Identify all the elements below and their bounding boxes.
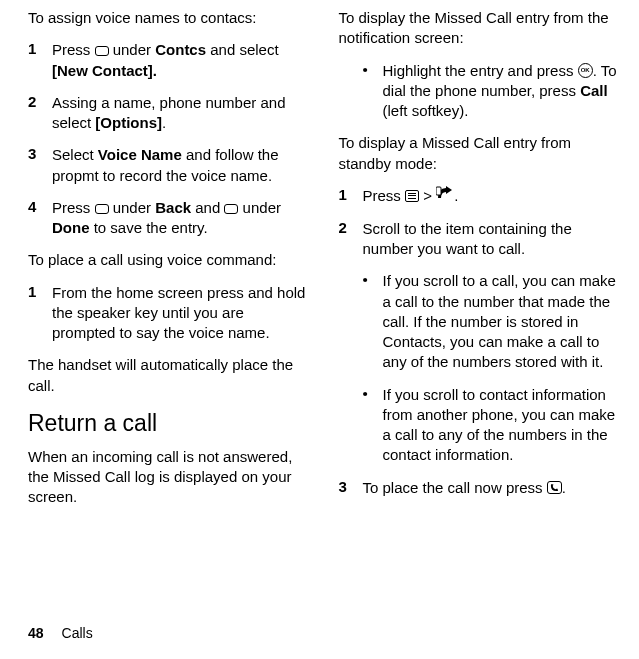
bullet-text: If you scroll to a call, you can make a … (383, 271, 622, 372)
ok-icon: OK (578, 63, 593, 78)
bullet-icon: • (363, 385, 383, 466)
step-number: 1 (339, 186, 363, 207)
page-footer: 48Calls (28, 625, 93, 641)
menu-icon (405, 190, 419, 202)
softkey-icon (95, 46, 109, 56)
svg-rect-0 (436, 187, 441, 195)
step-number: 1 (28, 40, 52, 81)
step-text: Scroll to the item containing the number… (363, 219, 622, 260)
step-2: 2 Assing a name, phone number and select… (28, 93, 311, 134)
step-number: 3 (339, 478, 363, 498)
step-text: Press under Contcs and select [New Conta… (52, 40, 311, 81)
step-text: To place the call now press . (363, 478, 622, 498)
recent-calls-icon (436, 185, 454, 205)
section-heading: Return a call (28, 410, 311, 437)
right-column: To display the Missed Call entry from th… (339, 8, 622, 520)
intro-text: To display the Missed Call entry from th… (339, 8, 622, 49)
step-text: Assing a name, phone number and select [… (52, 93, 311, 134)
bullet-text: Highlight the entry and press OK. To dia… (383, 61, 622, 122)
left-column: To assign voice names to contacs: 1 Pres… (28, 8, 311, 520)
step-1b: 1 From the home screen press and hold th… (28, 283, 311, 344)
call-icon (547, 481, 562, 494)
bullet-icon: • (363, 271, 383, 372)
step-number: 3 (28, 145, 52, 186)
step-2: 2 Scroll to the item containing the numb… (339, 219, 622, 260)
step-text: Press under Back and under Done to save … (52, 198, 311, 239)
step-3: 3 To place the call now press . (339, 478, 622, 498)
step-number: 4 (28, 198, 52, 239)
bullet-text: If you scroll to contact information fro… (383, 385, 622, 466)
step-text: From the home screen press and hold the … (52, 283, 311, 344)
bullet-icon: • (363, 61, 383, 122)
step-1: 1 Press under Contcs and select [New Con… (28, 40, 311, 81)
intro-text: To assign voice names to contacs: (28, 8, 311, 28)
step-number: 2 (339, 219, 363, 260)
paragraph: When an incoming call is not answered, t… (28, 447, 311, 508)
section-name: Calls (62, 625, 93, 641)
step-number: 2 (28, 93, 52, 134)
bullet-item: • If you scroll to contact information f… (339, 385, 622, 466)
intro-text-2: To place a call using voice command: (28, 250, 311, 270)
bullet-item: • Highlight the entry and press OK. To d… (339, 61, 622, 122)
step-4: 4 Press under Back and under Done to sav… (28, 198, 311, 239)
step-number: 1 (28, 283, 52, 344)
outro-text: The handset will automatically place the… (28, 355, 311, 396)
softkey-icon (224, 204, 238, 214)
softkey-icon (95, 204, 109, 214)
bullet-item: • If you scroll to a call, you can make … (339, 271, 622, 372)
step-text: Press > . (363, 186, 622, 207)
step-3: 3 Select Voice Name and follow the propm… (28, 145, 311, 186)
page-number: 48 (28, 625, 44, 641)
intro-text-2: To display a Missed Call entry from stan… (339, 133, 622, 174)
step-text: Select Voice Name and follow the propmt … (52, 145, 311, 186)
step-1: 1 Press > . (339, 186, 622, 207)
